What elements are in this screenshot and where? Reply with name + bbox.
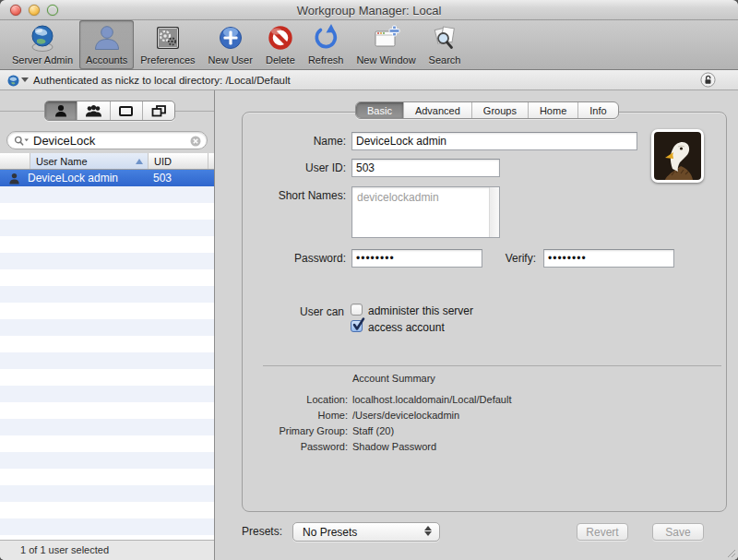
auth-status-text: Authenticated as nickz to local director… bbox=[33, 75, 291, 86]
user-id-label: User ID: bbox=[242, 161, 346, 174]
toolbar-refresh-button[interactable]: Refresh bbox=[302, 20, 351, 69]
header-user-name[interactable]: User Name bbox=[30, 153, 149, 169]
group-icon bbox=[85, 104, 102, 117]
password-type-label: Password: bbox=[242, 441, 348, 452]
location-label: Location: bbox=[242, 394, 348, 405]
summary-divider bbox=[263, 365, 721, 366]
home-label: Home: bbox=[242, 410, 348, 421]
search-pages-icon bbox=[430, 23, 459, 53]
tab-groups-detail[interactable]: Groups bbox=[472, 102, 529, 118]
password-type-value: Shadow Password bbox=[352, 441, 436, 452]
header-uid[interactable]: UID bbox=[149, 153, 208, 169]
toolbar-preferences-button[interactable]: Preferences bbox=[134, 20, 201, 69]
tab-computers[interactable] bbox=[111, 101, 143, 120]
account-summary-title: Account Summary bbox=[352, 373, 435, 384]
toolbar-label-preferences: Preferences bbox=[140, 54, 195, 66]
toolbar-search-button[interactable]: Search bbox=[423, 20, 468, 69]
short-names-label: Short Names: bbox=[242, 189, 346, 202]
new-user-plus-icon bbox=[216, 23, 245, 53]
tab-info[interactable]: Info bbox=[578, 102, 617, 118]
sidebar-search-field[interactable] bbox=[6, 131, 208, 149]
accounts-person-icon bbox=[92, 23, 122, 53]
content-area: User Name UID DeviceLock admin 503 bbox=[0, 90, 738, 560]
account-type-segmented-control bbox=[44, 101, 175, 121]
tab-home[interactable]: Home bbox=[529, 102, 578, 118]
primary-group-label: Primary Group: bbox=[242, 425, 348, 436]
administer-checkbox[interactable] bbox=[351, 304, 363, 316]
verify-label: Verify: bbox=[461, 252, 536, 265]
user-picture[interactable] bbox=[651, 129, 704, 183]
user-can-label: User can bbox=[242, 305, 344, 318]
save-button[interactable]: Save bbox=[652, 523, 704, 541]
primary-group-value: Staff (20) bbox=[352, 425, 394, 436]
tab-groups[interactable] bbox=[77, 101, 110, 120]
tab-basic[interactable]: Basic bbox=[356, 102, 404, 118]
toolbar-label-refresh: Refresh bbox=[308, 54, 344, 66]
access-account-checkbox[interactable] bbox=[351, 320, 363, 332]
resize-grip[interactable] bbox=[726, 548, 735, 557]
popup-arrows-icon bbox=[424, 526, 432, 536]
preferences-gears-icon bbox=[153, 23, 183, 53]
computer-icon bbox=[118, 105, 134, 117]
eagle-photo bbox=[654, 132, 701, 180]
toolbar-label-new-user: New User bbox=[208, 54, 253, 66]
toolbar: Server Admin Accounts Preferences bbox=[0, 20, 738, 70]
title-bar: Workgroup Manager: Local bbox=[0, 0, 738, 20]
tab-advanced[interactable]: Advanced bbox=[404, 102, 472, 118]
sort-ascending-icon bbox=[136, 159, 143, 164]
toolbar-new-window-button[interactable]: New Window bbox=[350, 20, 422, 69]
header-icon-column[interactable] bbox=[0, 153, 30, 169]
row-user-name: DeviceLock admin bbox=[28, 172, 118, 185]
directory-globe-icon bbox=[7, 75, 19, 87]
pane-divider[interactable] bbox=[214, 90, 215, 560]
row-uid: 503 bbox=[153, 172, 172, 185]
user-row-selected[interactable]: DeviceLock admin 503 bbox=[0, 170, 214, 186]
toolbar-accounts-button[interactable]: Accounts bbox=[79, 20, 134, 69]
server-admin-globe-icon bbox=[28, 23, 57, 53]
delete-prohibition-icon bbox=[266, 23, 295, 53]
toolbar-label-search: Search bbox=[429, 54, 461, 66]
clear-search-icon[interactable] bbox=[190, 136, 201, 147]
sidebar-status-bar: 1 of 1 user selected bbox=[0, 540, 214, 560]
verify-field[interactable] bbox=[543, 249, 674, 268]
presets-value: No Presets bbox=[303, 526, 357, 539]
access-account-checkbox-label: access account bbox=[368, 321, 445, 334]
selection-status-text: 1 of 1 user selected bbox=[20, 544, 109, 555]
header-filler bbox=[208, 153, 214, 169]
toolbar-new-user-button[interactable]: New User bbox=[202, 20, 259, 69]
authentication-bar: Authenticated as nickz to local director… bbox=[0, 70, 738, 90]
short-names-scrollbar[interactable] bbox=[489, 187, 499, 237]
auth-menu-caret-icon[interactable] bbox=[21, 77, 29, 82]
window-title: Workgroup Manager: Local bbox=[0, 4, 738, 18]
toolbar-delete-button[interactable]: Delete bbox=[259, 20, 302, 69]
user-list[interactable]: DeviceLock admin 503 bbox=[0, 170, 214, 540]
presets-popup[interactable]: No Presets bbox=[292, 522, 440, 542]
presets-label: Presets: bbox=[242, 525, 282, 538]
workgroup-manager-window: Workgroup Manager: Local Server Admin Ac… bbox=[0, 0, 738, 560]
search-magnifier-icon[interactable] bbox=[14, 136, 30, 147]
toolbar-label-delete: Delete bbox=[266, 54, 295, 66]
home-value: /Users/devicelockadmin bbox=[352, 410, 459, 421]
administer-checkbox-label: administer this server bbox=[368, 304, 473, 317]
refresh-arrow-icon bbox=[311, 23, 340, 53]
short-names-value: devicelockadmin bbox=[357, 191, 439, 204]
search-input[interactable] bbox=[33, 133, 181, 148]
new-window-plus-icon bbox=[372, 23, 401, 53]
tab-users[interactable] bbox=[45, 101, 77, 120]
toolbar-label-new-window: New Window bbox=[356, 54, 415, 66]
name-label: Name: bbox=[242, 135, 346, 148]
toolbar-server-admin-button[interactable]: Server Admin bbox=[6, 20, 79, 69]
tab-computer-lists[interactable] bbox=[143, 101, 174, 120]
short-names-field[interactable]: devicelockadmin bbox=[351, 186, 500, 238]
unlock-icon[interactable] bbox=[700, 72, 716, 88]
user-id-field[interactable] bbox=[351, 159, 500, 177]
name-field[interactable] bbox=[351, 132, 637, 150]
revert-button[interactable]: Revert bbox=[577, 523, 628, 541]
row-user-icon bbox=[8, 173, 20, 185]
user-list-header: User Name UID bbox=[0, 153, 214, 170]
detail-tabs: Basic Advanced Groups Home Info bbox=[355, 101, 619, 119]
computer-lists-icon bbox=[150, 104, 167, 117]
toolbar-label-server-admin: Server Admin bbox=[12, 54, 73, 66]
toolbar-label-accounts: Accounts bbox=[86, 54, 127, 66]
user-icon bbox=[54, 104, 68, 117]
